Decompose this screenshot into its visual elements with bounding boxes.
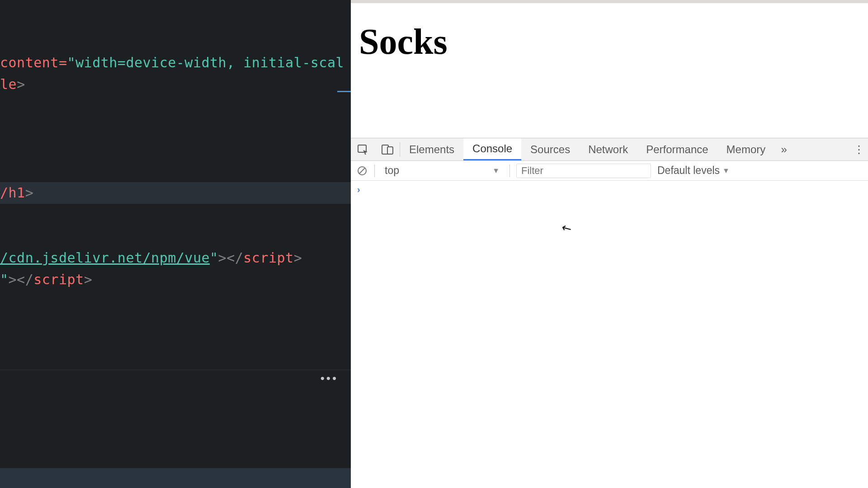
panel-more-icon[interactable]: ••• bbox=[321, 371, 338, 385]
editor-bottom-panel: ••• bbox=[0, 370, 351, 488]
code-line[interactable]: content="width=device-width, initial-sca… bbox=[0, 52, 351, 74]
inspect-element-icon[interactable] bbox=[351, 145, 375, 155]
console-toolbar: top ▼ Default levels ▼ bbox=[351, 161, 868, 181]
rendered-page: Socks bbox=[351, 3, 868, 138]
clear-console-icon[interactable] bbox=[356, 165, 368, 177]
code-line[interactable]: le> bbox=[0, 74, 351, 95]
mouse-cursor-icon: ↖ bbox=[559, 220, 575, 237]
tab-memory[interactable]: Memory bbox=[717, 138, 775, 160]
separator bbox=[509, 164, 510, 177]
console-filter-input[interactable] bbox=[516, 164, 651, 178]
levels-label: Default levels bbox=[657, 164, 720, 177]
status-bar bbox=[0, 468, 351, 488]
tab-sources[interactable]: Sources bbox=[521, 138, 579, 160]
code-line[interactable] bbox=[0, 291, 351, 312]
code-line[interactable] bbox=[0, 204, 351, 225]
devtools-tabs: ElementsConsoleSourcesNetworkPerformance… bbox=[351, 138, 868, 161]
code-editor-pane[interactable]: content="width=device-width, initial-sca… bbox=[0, 0, 351, 488]
context-label: top bbox=[385, 164, 399, 177]
chevron-down-icon: ▼ bbox=[492, 167, 500, 175]
tab-elements[interactable]: Elements bbox=[400, 138, 463, 160]
panel-body[interactable] bbox=[0, 387, 351, 468]
code-line[interactable] bbox=[0, 117, 351, 139]
browser-pane: Socks ElementsConsoleSourcesNetworkPerfo… bbox=[351, 0, 868, 488]
separator bbox=[374, 164, 375, 177]
devtools-panel: ElementsConsoleSourcesNetworkPerformance… bbox=[351, 138, 868, 488]
chevron-down-icon: ▼ bbox=[722, 167, 730, 175]
console-prompt-icon: › bbox=[357, 184, 360, 195]
svg-rect-2 bbox=[387, 147, 393, 154]
code-line[interactable] bbox=[0, 225, 351, 247]
tabs-overflow-icon[interactable]: » bbox=[774, 143, 793, 156]
code-line[interactable] bbox=[0, 334, 351, 356]
panel-header: ••• bbox=[0, 370, 351, 387]
log-levels-select[interactable]: Default levels ▼ bbox=[657, 164, 730, 177]
execution-context-select[interactable]: top ▼ bbox=[381, 164, 503, 177]
page-heading: Socks bbox=[359, 21, 860, 62]
tab-console[interactable]: Console bbox=[463, 138, 521, 160]
devtools-menu-icon[interactable]: ⋮ bbox=[850, 143, 868, 156]
splitter-marker bbox=[337, 91, 351, 92]
code-line[interactable] bbox=[0, 312, 351, 334]
code-line[interactable]: /h1> bbox=[0, 182, 351, 204]
tab-performance[interactable]: Performance bbox=[637, 138, 717, 160]
console-output[interactable]: › ↖ bbox=[351, 181, 868, 488]
browser-chrome-strip bbox=[351, 0, 868, 3]
code-line[interactable] bbox=[0, 160, 351, 182]
code-area[interactable]: content="width=device-width, initial-sca… bbox=[0, 0, 351, 356]
code-line[interactable]: "></script> bbox=[0, 269, 351, 291]
code-line[interactable]: /cdn.jsdelivr.net/npm/vue"></script> bbox=[0, 247, 351, 269]
device-toggle-icon[interactable] bbox=[375, 145, 400, 155]
svg-line-4 bbox=[359, 168, 365, 174]
code-line[interactable] bbox=[0, 139, 351, 160]
code-line[interactable] bbox=[0, 95, 351, 117]
tab-network[interactable]: Network bbox=[579, 138, 637, 160]
